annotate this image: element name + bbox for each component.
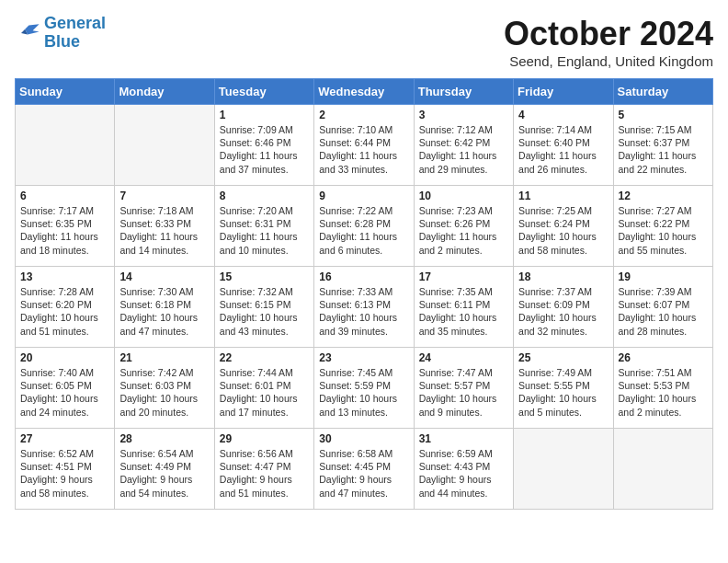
day-number: 10 [419,190,508,202]
table-row: 16Sunrise: 7:33 AM Sunset: 6:13 PM Dayli… [314,267,414,348]
day-info: Sunrise: 7:51 AM Sunset: 5:53 PM Dayligh… [619,366,708,419]
calendar-week-row: 27Sunrise: 6:52 AM Sunset: 4:51 PM Dayli… [16,429,713,510]
day-info: Sunrise: 7:44 AM Sunset: 6:01 PM Dayligh… [220,366,309,419]
day-number: 25 [518,351,608,364]
table-row: 3Sunrise: 7:12 AM Sunset: 6:42 PM Daylig… [414,105,513,186]
table-row: 8Sunrise: 7:20 AM Sunset: 6:31 PM Daylig… [214,186,313,267]
table-row: 28Sunrise: 6:54 AM Sunset: 4:49 PM Dayli… [115,429,214,510]
day-number: 31 [419,432,508,445]
day-info: Sunrise: 6:56 AM Sunset: 4:47 PM Dayligh… [220,447,309,500]
calendar-week-row: 13Sunrise: 7:28 AM Sunset: 6:20 PM Dayli… [16,267,713,348]
month-title: October 2024 [504,15,713,53]
table-row [16,105,115,186]
table-row: 18Sunrise: 7:37 AM Sunset: 6:09 PM Dayli… [514,267,613,348]
day-info: Sunrise: 6:52 AM Sunset: 4:51 PM Dayligh… [20,447,109,500]
table-row: 30Sunrise: 6:58 AM Sunset: 4:45 PM Dayli… [314,429,414,510]
day-number: 27 [20,432,109,445]
day-info: Sunrise: 6:58 AM Sunset: 4:45 PM Dayligh… [319,447,408,500]
day-info: Sunrise: 7:23 AM Sunset: 6:26 PM Dayligh… [419,204,508,257]
day-info: Sunrise: 7:22 AM Sunset: 6:28 PM Dayligh… [319,204,408,257]
day-number: 13 [20,270,109,283]
table-row: 5Sunrise: 7:15 AM Sunset: 6:37 PM Daylig… [613,105,712,186]
day-info: Sunrise: 7:27 AM Sunset: 6:22 PM Dayligh… [619,204,708,257]
day-info: Sunrise: 7:42 AM Sunset: 6:03 PM Dayligh… [119,366,209,419]
table-row: 15Sunrise: 7:32 AM Sunset: 6:15 PM Dayli… [214,267,313,348]
day-number: 30 [319,432,408,445]
calendar-week-row: 1Sunrise: 7:09 AM Sunset: 6:46 PM Daylig… [16,105,713,186]
day-info: Sunrise: 7:12 AM Sunset: 6:42 PM Dayligh… [419,123,508,176]
day-number: 2 [319,109,408,121]
table-row: 14Sunrise: 7:30 AM Sunset: 6:18 PM Dayli… [115,267,214,348]
table-row: 10Sunrise: 7:23 AM Sunset: 6:26 PM Dayli… [414,186,513,267]
day-info: Sunrise: 7:17 AM Sunset: 6:35 PM Dayligh… [20,204,109,257]
day-number: 19 [619,270,708,283]
col-tuesday: Tuesday [214,79,313,105]
logo: General Blue [15,15,106,52]
title-block: October 2024 Seend, England, United King… [504,15,713,69]
day-number: 14 [119,270,209,283]
logo-text-line1: General [44,15,106,33]
day-number: 9 [319,190,408,202]
day-number: 12 [619,190,708,202]
day-number: 24 [419,351,508,364]
table-row: 22Sunrise: 7:44 AM Sunset: 6:01 PM Dayli… [214,348,313,429]
col-saturday: Saturday [613,79,712,105]
logo-icon [15,20,40,46]
day-number: 6 [20,190,109,202]
svg-marker-0 [25,24,39,34]
col-monday: Monday [115,79,214,105]
calendar-table: Sunday Monday Tuesday Wednesday Thursday… [15,78,713,510]
table-row: 25Sunrise: 7:49 AM Sunset: 5:55 PM Dayli… [514,348,613,429]
day-number: 11 [518,190,608,202]
day-info: Sunrise: 7:30 AM Sunset: 6:18 PM Dayligh… [119,285,209,338]
table-row: 6Sunrise: 7:17 AM Sunset: 6:35 PM Daylig… [16,186,115,267]
col-thursday: Thursday [414,79,513,105]
table-row: 7Sunrise: 7:18 AM Sunset: 6:33 PM Daylig… [115,186,214,267]
table-row: 4Sunrise: 7:14 AM Sunset: 6:40 PM Daylig… [514,105,613,186]
day-info: Sunrise: 7:25 AM Sunset: 6:24 PM Dayligh… [518,204,608,257]
location-subtitle: Seend, England, United Kingdom [504,53,713,69]
table-row: 20Sunrise: 7:40 AM Sunset: 6:05 PM Dayli… [16,348,115,429]
calendar-week-row: 20Sunrise: 7:40 AM Sunset: 6:05 PM Dayli… [16,348,713,429]
day-number: 4 [518,109,608,121]
table-row: 1Sunrise: 7:09 AM Sunset: 6:46 PM Daylig… [214,105,313,186]
day-info: Sunrise: 7:15 AM Sunset: 6:37 PM Dayligh… [619,123,708,176]
day-number: 17 [419,270,508,283]
day-info: Sunrise: 7:09 AM Sunset: 6:46 PM Dayligh… [220,123,309,176]
table-row: 19Sunrise: 7:39 AM Sunset: 6:07 PM Dayli… [613,267,712,348]
table-row: 24Sunrise: 7:47 AM Sunset: 5:57 PM Dayli… [414,348,513,429]
day-info: Sunrise: 7:39 AM Sunset: 6:07 PM Dayligh… [619,285,708,338]
day-number: 1 [220,109,309,121]
table-row: 2Sunrise: 7:10 AM Sunset: 6:44 PM Daylig… [314,105,414,186]
logo-text-line2: Blue [44,33,106,52]
table-row: 29Sunrise: 6:56 AM Sunset: 4:47 PM Dayli… [214,429,313,510]
col-friday: Friday [514,79,613,105]
table-row: 23Sunrise: 7:45 AM Sunset: 5:59 PM Dayli… [314,348,414,429]
table-row: 11Sunrise: 7:25 AM Sunset: 6:24 PM Dayli… [514,186,613,267]
day-info: Sunrise: 7:20 AM Sunset: 6:31 PM Dayligh… [220,204,309,257]
day-info: Sunrise: 7:45 AM Sunset: 5:59 PM Dayligh… [319,366,408,419]
table-row: 26Sunrise: 7:51 AM Sunset: 5:53 PM Dayli… [613,348,712,429]
day-info: Sunrise: 7:33 AM Sunset: 6:13 PM Dayligh… [319,285,408,338]
day-info: Sunrise: 7:35 AM Sunset: 6:11 PM Dayligh… [419,285,508,338]
col-sunday: Sunday [16,79,115,105]
day-number: 29 [220,432,309,445]
table-row [514,429,613,510]
day-info: Sunrise: 7:37 AM Sunset: 6:09 PM Dayligh… [518,285,608,338]
day-number: 26 [619,351,708,364]
day-number: 3 [419,109,508,121]
day-info: Sunrise: 7:32 AM Sunset: 6:15 PM Dayligh… [220,285,309,338]
table-row: 13Sunrise: 7:28 AM Sunset: 6:20 PM Dayli… [16,267,115,348]
day-number: 7 [119,190,209,202]
calendar-week-row: 6Sunrise: 7:17 AM Sunset: 6:35 PM Daylig… [16,186,713,267]
day-number: 15 [220,270,309,283]
day-info: Sunrise: 7:49 AM Sunset: 5:55 PM Dayligh… [518,366,608,419]
day-info: Sunrise: 7:10 AM Sunset: 6:44 PM Dayligh… [319,123,408,176]
table-row: 27Sunrise: 6:52 AM Sunset: 4:51 PM Dayli… [16,429,115,510]
col-wednesday: Wednesday [314,79,414,105]
table-row: 21Sunrise: 7:42 AM Sunset: 6:03 PM Dayli… [115,348,214,429]
day-number: 22 [220,351,309,364]
day-number: 8 [220,190,309,202]
day-info: Sunrise: 6:59 AM Sunset: 4:43 PM Dayligh… [419,447,508,500]
table-row: 17Sunrise: 7:35 AM Sunset: 6:11 PM Dayli… [414,267,513,348]
